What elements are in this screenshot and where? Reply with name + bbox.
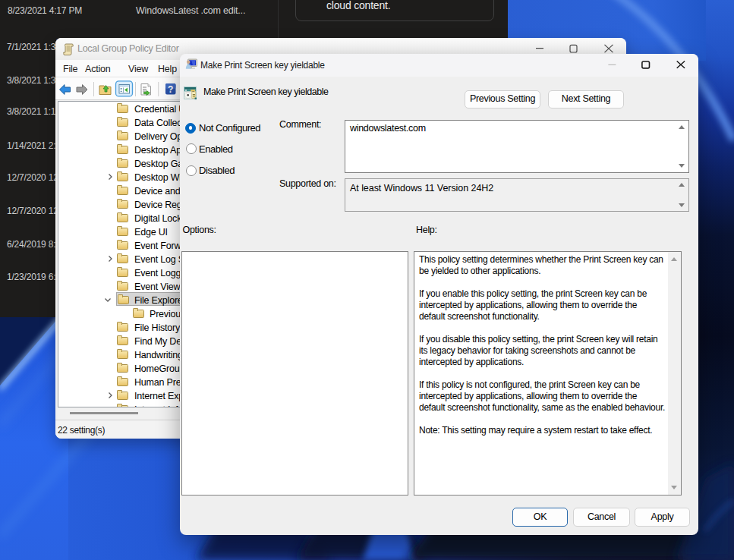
svg-text:?: ?	[168, 84, 173, 95]
